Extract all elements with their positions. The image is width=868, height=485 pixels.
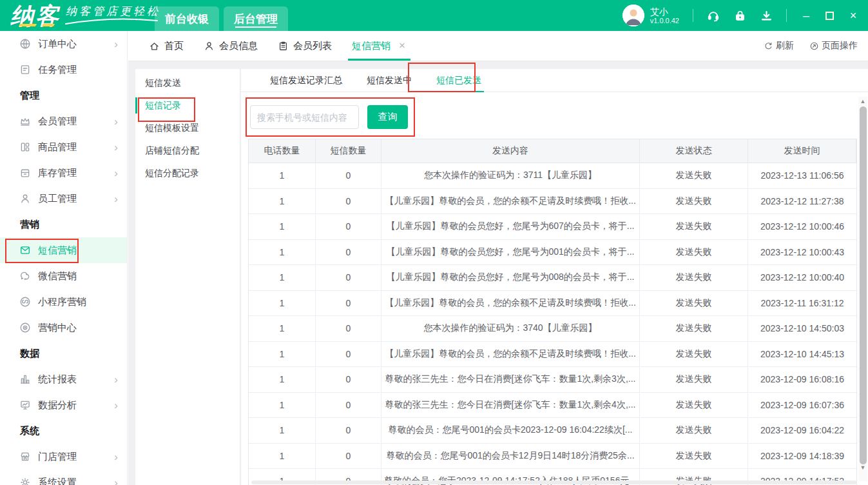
sidebar-item-13[interactable]: 统计报表› xyxy=(0,366,127,392)
main-panel: 短信发送记录汇总短信发送中短信已发送 查询 电话数量短信数量发送内容发送状态发送… xyxy=(241,69,868,485)
table-row[interactable]: 10尊敬的张三先生：您今日在消费[迷你飞车：数量1次,剩余4次,...发送失败2… xyxy=(249,393,856,419)
scroll-up-icon[interactable]: ▲ xyxy=(858,97,867,106)
table-row[interactable]: 10【儿童乐园】尊敬的会员，您的余额不足请及时续费哦！拒收...发送失败2023… xyxy=(249,291,856,317)
crown-icon xyxy=(19,115,31,127)
close-button[interactable]: × xyxy=(847,10,859,21)
submenu-item-1[interactable]: 短信记录 xyxy=(135,94,240,117)
logo-accent xyxy=(42,24,55,26)
sidebar-item-17[interactable]: 系统设置› xyxy=(0,470,127,485)
content-tab-2[interactable]: 短信已发送 xyxy=(436,69,481,92)
app-logo: 纳客 xyxy=(10,1,61,32)
cell-phone_count: 1 xyxy=(249,342,316,367)
sidebar-item-4[interactable]: 商品管理› xyxy=(0,134,127,160)
submenu-item-0[interactable]: 短信发送 xyxy=(135,72,240,94)
table-header-row: 电话数量短信数量发送内容发送状态发送时间 xyxy=(249,139,856,163)
sidebar-item-6[interactable]: 员工管理› xyxy=(0,186,127,212)
sidebar-item-14[interactable]: 数据分析› xyxy=(0,392,127,418)
sidebar-item-1[interactable]: 任务管理 xyxy=(0,57,127,83)
page-tab-3[interactable]: 短信营销× xyxy=(352,31,405,61)
submenu-item-2[interactable]: 短信模板设置 xyxy=(135,117,240,139)
maximize-button[interactable] xyxy=(825,12,834,20)
submenu-item-4[interactable]: 短信分配记录 xyxy=(135,162,240,184)
chevron-right-icon: › xyxy=(114,168,118,179)
cell-time: 2023-12-09 14:18:39 xyxy=(748,444,856,469)
sidebar-item-16[interactable]: 门店管理› xyxy=(0,444,127,470)
sidebar-section: 系统 xyxy=(0,418,127,444)
content-tab-0[interactable]: 短信发送记录汇总 xyxy=(270,69,342,92)
page-tab-label: 短信营销 xyxy=(352,40,391,52)
lock-icon[interactable] xyxy=(733,9,746,22)
table-row[interactable]: 10【儿童乐园】尊敬的会员，您的余额不足请及时续费哦！拒收...发送失败2023… xyxy=(249,342,856,368)
goods-icon xyxy=(19,141,31,153)
cell-phone_count: 1 xyxy=(249,214,316,239)
topbar-tab-0[interactable]: 前台收银 xyxy=(155,6,219,31)
topbar-tab-1[interactable]: 后台管理 xyxy=(224,6,288,31)
cell-time: 2023-12-10 14:45:13 xyxy=(748,342,856,367)
headset-icon[interactable] xyxy=(707,9,720,22)
table-row[interactable]: 10【儿童乐园】尊敬的会员，您的余额不足请及时续费哦！拒收...发送失败2023… xyxy=(249,189,856,215)
table-row[interactable]: 10【儿童乐园】尊敬的会员您好，您尾号为008的会员卡，将于...发送失败202… xyxy=(249,265,856,291)
table-row[interactable]: 10您本次操作的验证码为：3740【儿童乐园】发送失败2023-12-10 14… xyxy=(249,316,856,342)
cell-time: 2023-12-12 10:00:46 xyxy=(748,214,856,239)
content-tab-1[interactable]: 短信发送中 xyxy=(367,69,412,92)
sms-table: 电话数量短信数量发送内容发送状态发送时间10您本次操作的验证码为：3711【儿童… xyxy=(248,139,857,485)
cell-sms_count: 0 xyxy=(316,342,381,367)
scroll-down-icon[interactable]: ▼ xyxy=(858,463,867,472)
column-header: 短信数量 xyxy=(316,139,381,163)
download-icon[interactable] xyxy=(760,9,773,22)
table-row[interactable]: 10【儿童乐园】尊敬的会员您好，您尾号为607的会员卡，将于...发送失败202… xyxy=(249,214,856,240)
cell-content: 您本次操作的验证码为：3711【儿童乐园】 xyxy=(381,163,640,188)
divider xyxy=(786,9,787,22)
cell-status: 发送失败 xyxy=(640,214,748,239)
vertical-scrollbar[interactable]: ▲ ▼ xyxy=(858,97,867,481)
cell-sms_count: 0 xyxy=(316,444,381,469)
table-row[interactable]: 10尊敬的张三先生：您今日在消费[迷你飞车：数量1次,剩余3次,...发送失败2… xyxy=(249,367,856,393)
inventory-icon xyxy=(19,167,31,179)
miniprogram-icon xyxy=(19,296,31,308)
search-input[interactable] xyxy=(250,105,359,129)
horizontal-scrollbar[interactable] xyxy=(251,480,857,484)
cell-time: 2023-12-12 10:00:43 xyxy=(748,240,856,265)
sidebar-item-8[interactable]: 短信营销 xyxy=(0,237,127,263)
cell-content: 您本次操作的验证码为：3740【儿童乐园】 xyxy=(381,316,640,341)
sidebar-item-0[interactable]: 订单中心› xyxy=(0,31,127,57)
cell-sms_count: 0 xyxy=(316,367,381,392)
table-row[interactable]: 10【儿童乐园】尊敬的会员您好，您尾号为001的会员卡，将于...发送失败202… xyxy=(249,240,856,266)
cell-phone_count: 1 xyxy=(249,163,316,188)
chevron-right-icon: › xyxy=(114,374,118,385)
cell-phone_count: 1 xyxy=(249,444,316,469)
cell-status: 发送失败 xyxy=(640,393,748,418)
cell-status: 发送失败 xyxy=(640,291,748,316)
cell-phone_count: 1 xyxy=(249,240,316,265)
page-actions: 刷新页面操作 xyxy=(764,31,868,61)
query-button[interactable]: 查询 xyxy=(367,105,408,129)
page-tab-0[interactable]: 首页 xyxy=(149,31,184,61)
sidebar-item-11[interactable]: 营销中心 xyxy=(0,315,127,341)
submenu-item-3[interactable]: 店铺短信分配 xyxy=(135,139,240,162)
sidebar-item-9[interactable]: 微信营销 xyxy=(0,263,127,289)
wechat-icon xyxy=(19,270,31,282)
cell-content: 【儿童乐园】尊敬的会员您好，您尾号为008的会员卡，将于... xyxy=(381,265,640,290)
sidebar-item-5[interactable]: 库存管理› xyxy=(0,160,127,186)
scrollbar-thumb[interactable] xyxy=(860,106,867,464)
app-version: v1.0.0.42 xyxy=(650,17,679,25)
minimize-button[interactable]: – xyxy=(800,10,812,21)
page-tab-1[interactable]: 会员信息 xyxy=(204,31,258,61)
sidebar-section: 管理 xyxy=(0,83,127,108)
cell-status: 发送失败 xyxy=(640,265,748,290)
action-0[interactable]: 刷新 xyxy=(764,40,794,52)
user-block[interactable]: 艾小 v1.0.0.42 xyxy=(622,5,679,26)
sidebar-item-10[interactable]: 小程序营销 xyxy=(0,289,127,315)
table-row[interactable]: 10尊敬的会员：您尾号001的会员卡2023-12-09 16:04:22续次[… xyxy=(249,418,856,444)
close-tab-icon[interactable]: × xyxy=(399,39,405,52)
analytics-icon xyxy=(19,399,31,411)
table-row[interactable]: 10您本次操作的验证码为：3711【儿童乐园】发送失败2023-12-13 11… xyxy=(249,163,856,189)
cell-phone_count: 1 xyxy=(249,316,316,341)
sidebar-section: 营销 xyxy=(0,212,127,237)
sidebar-item-3[interactable]: 会员管理› xyxy=(0,108,127,134)
table-row[interactable]: 10尊敬的会员：您尾号001的会员卡12月9日14时18分消费25余...发送失… xyxy=(249,444,856,470)
cell-sms_count: 0 xyxy=(316,393,381,418)
page-tab-2[interactable]: 会员列表 xyxy=(278,31,332,61)
cell-phone_count: 1 xyxy=(249,189,316,214)
action-1[interactable]: 页面操作 xyxy=(809,40,858,52)
